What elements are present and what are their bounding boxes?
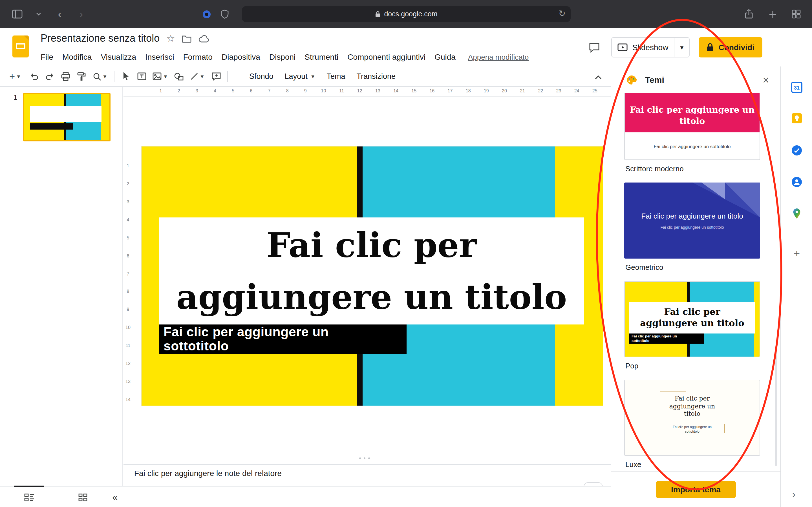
ruler-tick: 2 <box>175 89 183 94</box>
slideshow-icon <box>618 43 628 51</box>
maps-icon[interactable] <box>791 208 802 219</box>
share-button[interactable]: Condividi <box>699 37 762 57</box>
theme-card-geometrico[interactable]: Fai clic per aggiungere un titolo Fai cl… <box>624 182 760 259</box>
ruler-tick: 17 <box>446 89 454 94</box>
insert-image-button[interactable]: ▼ <box>149 68 171 84</box>
shield-icon[interactable] <box>220 9 229 19</box>
ruler-tick: 23 <box>555 89 562 94</box>
menu-disponi[interactable]: Disponi <box>265 51 300 63</box>
chevron-down-icon[interactable] <box>31 6 46 22</box>
forward-button[interactable]: › <box>73 6 89 22</box>
menu-guida[interactable]: Guida <box>430 51 460 63</box>
print-button[interactable] <box>57 68 73 84</box>
add-icon[interactable]: + <box>791 248 802 259</box>
move-folder-icon[interactable] <box>182 34 192 43</box>
document-title[interactable]: Presentazione senza titolo <box>41 33 160 45</box>
cloud-saved-icon[interactable] <box>199 35 210 43</box>
zoom-button[interactable]: ▼ <box>89 68 110 84</box>
ruler-tick: 8 <box>283 89 291 94</box>
slideshow-label: Slideshow <box>632 43 668 52</box>
notes-divider[interactable] <box>123 464 611 465</box>
transition-button[interactable]: Transizione <box>351 68 402 84</box>
select-tool[interactable] <box>118 68 134 84</box>
text-box-button[interactable] <box>134 68 149 84</box>
menu-diapositiva[interactable]: Diapositiva <box>217 51 265 63</box>
lock-icon <box>707 43 714 52</box>
theme-button[interactable]: Tema <box>321 68 351 84</box>
ruler-tick: 2 <box>123 181 133 186</box>
slides-logo[interactable] <box>12 36 29 57</box>
insert-line-button[interactable]: ▼ <box>187 68 208 84</box>
ruler-tick: 22 <box>537 89 545 94</box>
star-icon[interactable]: ☆ <box>166 34 175 43</box>
layout-button[interactable]: Layout▼ <box>279 68 321 84</box>
slide-thumbnail[interactable] <box>23 93 110 142</box>
ruler-tick: 1 <box>123 163 133 168</box>
menu-visualizza[interactable]: Visualizza <box>96 51 141 63</box>
filmstrip-view-button[interactable] <box>22 491 36 504</box>
insert-comment-button[interactable] <box>208 68 224 84</box>
grid-view-button[interactable] <box>76 491 90 504</box>
slideshow-button[interactable]: Slideshow ▼ <box>612 37 690 57</box>
menu-strumenti[interactable]: Strumenti <box>300 51 343 63</box>
slideshow-dropdown[interactable]: ▼ <box>674 44 689 50</box>
new-tab-icon[interactable] <box>765 6 780 22</box>
import-theme-button[interactable]: Importa tema <box>656 481 736 498</box>
insert-shape-button[interactable] <box>171 68 187 84</box>
view-switcher-bar: « <box>0 486 611 507</box>
theme-card-luxe[interactable]: Fai clic per aggiungere un titolo Fai cl… <box>624 380 760 456</box>
ruler-tick: 3 <box>123 200 133 205</box>
calendar-icon[interactable]: 31 <box>791 82 802 93</box>
collapse-toolbar-button[interactable] <box>591 70 606 84</box>
address-bar[interactable]: docs.google.com ↻ <box>242 6 571 22</box>
theme-card-pop[interactable]: Fai clic per aggiungere un titolo Fai cl… <box>624 281 760 357</box>
last-modified-status[interactable]: Appena modificato <box>468 53 529 61</box>
palette-icon <box>626 74 637 86</box>
ruler-tick: 8 <box>123 289 133 294</box>
ruler-tick: 9 <box>301 89 309 94</box>
menu-bar: File Modifica Visualizza Inserisci Forma… <box>36 51 529 63</box>
ruler-tick: 13 <box>374 89 382 94</box>
ruler-tick: 24 <box>573 89 581 94</box>
collapse-filmstrip-button[interactable]: « <box>108 491 122 504</box>
slide-subtitle-placeholder[interactable]: Fai clic per aggiungere un sottotitolo <box>159 325 407 354</box>
theme-card-scrittore-moderno[interactable]: Fai clic per aggiungere un titolo Fai cl… <box>624 93 760 160</box>
background-button[interactable]: Sfondo <box>244 68 279 84</box>
browser-toolbar: ‹ › docs.google.com ↻ <box>0 0 812 28</box>
selected-view-indicator <box>14 486 44 487</box>
redo-button[interactable] <box>42 68 57 84</box>
theme-name: Luxe <box>625 460 780 469</box>
sidebar-toggle-button[interactable] <box>9 6 25 22</box>
extension-icon[interactable] <box>202 9 211 19</box>
panel-scrollbar[interactable] <box>775 349 777 466</box>
undo-button[interactable] <box>26 68 42 84</box>
app-header: Presentazione senza titolo ☆ File Modifi… <box>0 28 812 66</box>
new-slide-button[interactable]: +▼ <box>4 68 26 84</box>
page: ‹ › docs.google.com ↻ <box>0 0 812 507</box>
paint-format-button[interactable] <box>73 68 89 84</box>
slide-number: 1 <box>13 94 17 101</box>
menu-file[interactable]: File <box>36 51 58 63</box>
menu-componenti-aggiuntivi[interactable]: Componenti aggiuntivi <box>343 51 430 63</box>
ruler-tick: 4 <box>123 217 133 223</box>
ruler-tick: 16 <box>428 89 436 94</box>
tasks-icon[interactable] <box>791 145 802 156</box>
reload-icon[interactable]: ↻ <box>559 8 566 18</box>
menu-formato[interactable]: Formato <box>179 51 217 63</box>
slide-title-placeholder[interactable]: Fai clic per aggiungere un titolo <box>159 217 584 325</box>
menu-inserisci[interactable]: Inserisci <box>141 51 179 63</box>
ruler-tick: 7 <box>123 271 133 276</box>
close-icon[interactable]: × <box>763 74 769 86</box>
comment-history-icon[interactable] <box>587 40 603 55</box>
keep-icon[interactable] <box>791 113 802 124</box>
menu-modifica[interactable]: Modifica <box>58 51 96 63</box>
speaker-notes-input[interactable]: Fai clic per aggiungere le note del rela… <box>134 469 282 478</box>
tab-overview-icon[interactable] <box>788 6 804 22</box>
share-icon[interactable] <box>741 6 757 22</box>
back-button[interactable]: ‹ <box>52 6 68 22</box>
resize-handle-dots[interactable] <box>359 457 370 459</box>
slide-editor[interactable]: Fai clic per aggiungere un titolo Fai cl… <box>142 147 603 406</box>
contacts-icon[interactable] <box>791 176 802 187</box>
collapse-rail-icon[interactable]: › <box>792 489 795 500</box>
side-rail: 31 + › <box>780 66 812 507</box>
